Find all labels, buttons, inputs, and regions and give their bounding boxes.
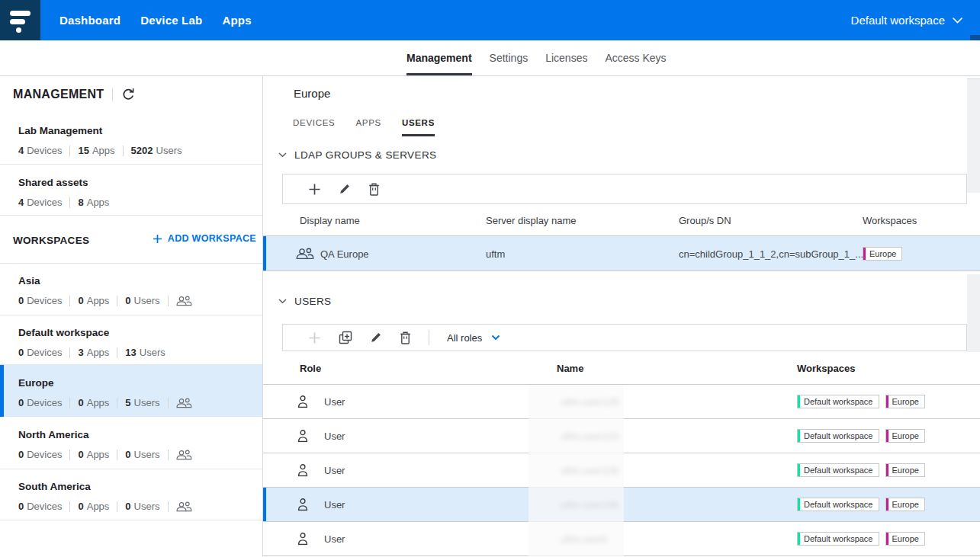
add-icon[interactable] [308,331,321,344]
nav-apps[interactable]: Apps [222,14,251,27]
sidebar-item-workspace-europe[interactable]: Europe 0Devices 0Apps 5Users [0,365,262,417]
user-row[interactable]: User uftm.user148 Default workspace Euro… [263,488,980,522]
stat-value: 0 [78,295,83,306]
delete-icon[interactable] [368,183,380,196]
divider [168,501,169,512]
section-title: USERS [294,296,332,307]
add-workspace-button[interactable]: ADD WORKSPACE [153,233,256,244]
stat-value: 4 [18,145,24,156]
stat-label: Users [134,397,160,408]
tab-access-keys[interactable]: Access Keys [605,40,666,75]
user-name: uftm.user129 [561,396,619,408]
sidebar-item-workspace-south-america[interactable]: South America 0Devices 0Apps 0Users [0,469,262,520]
user-row[interactable]: User uftm.user126 Default workspace Euro… [263,453,980,488]
stat-label: Devices [27,295,62,306]
user-row[interactable]: User uftm.user123 Default workspace Euro… [263,419,980,453]
stat-label: Apps [87,295,110,306]
user-row[interactable]: User uftm.user129 Default workspace Euro… [263,385,980,419]
stat-label: Users [134,501,160,512]
edit-icon[interactable] [370,331,382,344]
divider [429,330,429,345]
ldap-group-row[interactable]: QA Europe uftm cn=childGroup_1_1_2,cn=su… [263,236,980,271]
section-title: LDAP GROUPS & SERVERS [294,149,436,161]
scrollbar-thumb[interactable] [970,35,980,40]
item-title: South America [18,481,91,492]
badge-label: Europe [888,533,924,545]
workspace-badge: Europe [885,498,925,511]
stat-value: 0 [18,501,24,512]
item-title: North America [18,429,89,440]
ldap-display-name: QA Europe [320,248,369,259]
workspace-badges: Default workspace Europe [797,532,931,546]
nav-dashboard[interactable]: Dashboard [59,14,120,27]
item-title: Europe [18,377,54,389]
group-users-icon[interactable] [176,296,192,306]
subtab-users[interactable]: USERS [402,118,435,136]
workspace-subtabs: DEVICES APPS USERS [293,118,435,136]
group-users-icon[interactable] [176,398,192,408]
tab-management[interactable]: Management [406,40,472,75]
divider [0,215,262,216]
add-icon[interactable] [308,183,321,196]
workspace-selector[interactable]: Default workspace [851,0,963,40]
divider [123,146,124,156]
ldap-table-header: Display name Server display name Group/s… [263,206,980,236]
column-header: Group/s DN [679,215,731,226]
users-table-header: Role Name Workspaces [263,352,980,385]
delete-icon[interactable] [400,331,411,344]
item-stats: 0Devices 0Apps 0Users [18,295,192,306]
stat-label: Apps [87,501,110,512]
workspace-badges: Default workspace Europe [797,395,931,408]
stat-value: 8 [78,197,83,208]
divider [117,347,117,358]
users-section-header[interactable]: USERS [278,296,332,307]
workspaces-header: WORKSPACES ADD WORKSPACE [0,225,262,263]
column-header: Server display name [486,215,577,226]
column-header: Display name [300,215,360,226]
brand-logo[interactable] [0,0,40,40]
user-row[interactable]: User uftm.user5 Default workspace Europe [263,522,980,556]
sidebar-item-workspace-asia[interactable]: Asia 0Devices 0Apps 0Users [0,263,262,314]
ldap-section-header[interactable]: LDAP GROUPS & SERVERS [278,149,436,161]
subtab-devices[interactable]: DEVICES [293,118,335,136]
group-users-icon[interactable] [176,501,192,512]
divider [0,520,262,520]
sidebar-item-workspace-default[interactable]: Default workspace 0Devices 3Apps 13Users [0,315,262,366]
refresh-icon[interactable] [121,88,136,101]
divider [168,296,169,306]
user-name: uftm.user5 [561,533,607,545]
badge-label: Default workspace [800,395,879,408]
workspace-detail-panel: Europe DEVICES APPS USERS LDAP GROUPS & … [263,76,980,557]
edit-icon[interactable] [339,183,351,195]
workspace-badges: Default workspace Europe [797,429,931,443]
group-users-icon[interactable] [176,450,192,460]
stat-label: Devices [27,347,62,358]
page-title: Europe [294,87,330,100]
divider [69,398,70,408]
nav-device-lab[interactable]: Device Lab [140,14,202,27]
sidebar-item-workspace-north-america[interactable]: North America 0Devices 0Apps 0Users [0,417,262,468]
item-stats: 0Devices 0Apps 5Users [18,397,192,408]
item-stats: 4Devices 15Apps 5202Users [18,145,182,156]
divider [69,347,70,358]
batch-add-icon[interactable] [339,331,352,344]
chevron-down-icon [491,335,500,341]
stat-value: 5 [125,397,130,408]
sidebar-item-lab-management[interactable]: Lab Management 4Devices 15Apps 5202Users [0,113,262,164]
ldap-toolbar [282,174,967,204]
top-nav: Dashboard Device Lab Apps [59,0,252,40]
tab-licenses[interactable]: Licenses [545,40,587,75]
stat-value: 0 [18,397,24,408]
tab-settings[interactable]: Settings [490,40,529,75]
divider [117,501,117,512]
sidebar-item-shared-assets[interactable]: Shared assets 4Devices 8Apps [0,165,262,216]
subtab-apps[interactable]: APPS [355,118,381,136]
plus-icon [153,234,162,244]
badge-label: Default workspace [800,430,879,442]
badge-label: Default workspace [800,498,879,511]
workspace-badges: Default workspace Europe [797,498,931,511]
stat-label: Users [156,145,182,156]
stat-value: 0 [78,397,83,408]
item-stats: 4Devices 8Apps [18,197,109,208]
roles-filter-dropdown[interactable]: All roles [447,332,500,344]
